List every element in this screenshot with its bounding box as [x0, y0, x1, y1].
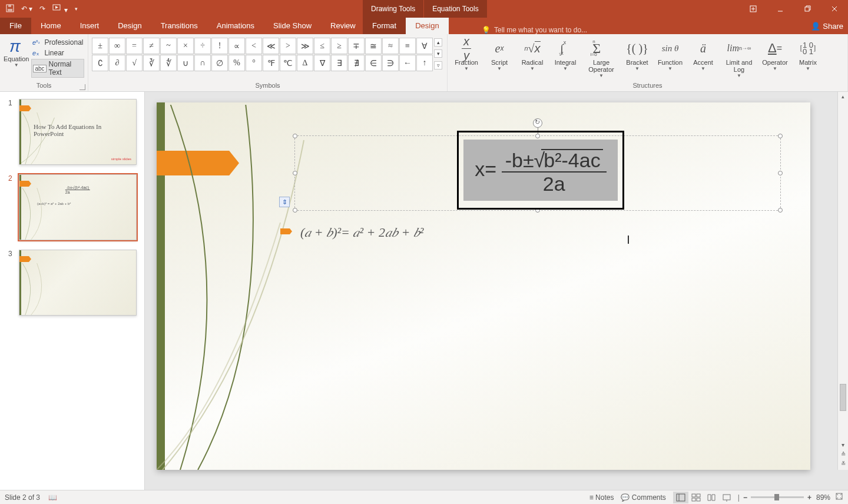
symbol[interactable]: ≈ — [382, 38, 399, 54]
slide-counter[interactable]: Slide 2 of 3 — [5, 493, 40, 502]
symbol[interactable]: ÷ — [194, 38, 211, 54]
symbol[interactable]: ∩ — [194, 55, 211, 71]
zoom-out-icon[interactable]: − — [743, 493, 747, 502]
symbol[interactable]: ° — [246, 55, 262, 71]
professional-button[interactable]: ex² Professional — [31, 38, 84, 47]
symbol[interactable]: ∜ — [160, 55, 177, 71]
comments-button[interactable]: 💬 Comments — [621, 493, 665, 502]
symbol[interactable]: ≫ — [297, 38, 313, 54]
chevron-up-icon[interactable]: ▴ — [434, 38, 442, 47]
reading-view-icon[interactable] — [704, 492, 719, 503]
symbol[interactable]: ≡ — [399, 38, 416, 54]
resize-handle[interactable] — [778, 134, 783, 138]
qat-customize-icon[interactable]: ▾ — [75, 6, 78, 12]
slide-edit-area[interactable]: x= -b±b²-4ac 2a ⇕ (𝑎 + 𝑏)²= 𝑎² + 2𝑎𝑏 + 𝑏… — [145, 92, 848, 490]
linear-button[interactable]: ex Linear — [31, 48, 84, 58]
symbol[interactable]: % — [228, 55, 245, 71]
symbol[interactable]: ∄ — [348, 55, 365, 71]
symbol[interactable]: ≅ — [365, 38, 382, 54]
start-from-beginning-icon[interactable]: ▾ — [52, 4, 67, 14]
tab-home[interactable]: Home — [31, 18, 71, 34]
tab-equation-design[interactable]: Design — [406, 18, 448, 34]
large-operator-button[interactable]: Σni=0 LargeOperator ▼ — [583, 38, 620, 78]
symbol[interactable]: ∁ — [92, 55, 108, 71]
symbol[interactable]: = — [126, 38, 143, 54]
normal-text-button[interactable]: abc Normal Text — [31, 59, 84, 78]
zoom-in-icon[interactable]: + — [807, 493, 811, 502]
autofit-options-icon[interactable]: ⇕ — [279, 197, 290, 207]
gallery-more-icon[interactable]: ▿ — [434, 61, 442, 69]
resize-handle[interactable] — [293, 134, 297, 138]
symbol[interactable]: ∅ — [211, 55, 228, 71]
spellcheck-icon[interactable]: 📖 — [48, 493, 57, 502]
resize-handle[interactable] — [778, 171, 783, 175]
zoom-slider[interactable] — [751, 496, 804, 498]
symbol[interactable]: √ — [126, 55, 143, 71]
tab-file[interactable]: File — [0, 18, 31, 34]
previous-slide-icon[interactable]: ≙ — [838, 451, 848, 460]
ribbon-display-options-icon[interactable] — [740, 0, 767, 18]
symbol[interactable]: ≥ — [331, 38, 347, 54]
symbol[interactable]: > — [280, 38, 296, 54]
radical-button[interactable]: n√x Radical ▼ — [517, 38, 548, 78]
fraction-button[interactable]: xy Fraction ▼ — [451, 38, 482, 78]
vertical-scrollbar[interactable]: ▴ ▾ ≙ ≚ — [837, 92, 848, 470]
fit-to-window-icon[interactable] — [835, 492, 843, 502]
integral-button[interactable]: ∫x-x Integral ▼ — [550, 38, 581, 78]
slide-thumbnail-1[interactable]: 1 How To Add Equations In PowerPoint sim… — [19, 99, 137, 165]
symbol[interactable]: ≤ — [314, 38, 330, 54]
bracket-button[interactable]: {( )} Bracket ▼ — [622, 38, 652, 78]
tab-review[interactable]: Review — [321, 18, 365, 34]
matrix-button[interactable]: [1 00 1] Matrix ▼ — [793, 38, 823, 78]
share-button[interactable]: 👤 Share — [811, 18, 843, 34]
symbol[interactable]: ∂ — [109, 55, 125, 71]
tab-slide-show[interactable]: Slide Show — [264, 18, 321, 34]
symbol[interactable]: ∛ — [143, 55, 160, 71]
symbol[interactable]: ! — [211, 38, 228, 54]
tab-design[interactable]: Design — [108, 18, 151, 34]
symbol[interactable]: ∆ — [297, 55, 313, 71]
symbol[interactable]: ≪ — [263, 38, 279, 54]
save-icon[interactable] — [6, 4, 14, 14]
slide-thumbnail-3[interactable]: 3 — [19, 250, 137, 316]
slide-canvas[interactable]: x= -b±b²-4ac 2a ⇕ (𝑎 + 𝑏)²= 𝑎² + 2𝑎𝑏 + 𝑏… — [157, 102, 810, 470]
slide-thumbnail-pane[interactable]: 1 How To Add Equations In PowerPoint sim… — [0, 92, 145, 490]
symbol[interactable]: < — [246, 38, 262, 54]
symbol[interactable]: ℃ — [280, 55, 296, 71]
undo-icon[interactable]: ↶ ▾ — [21, 5, 32, 13]
symbol[interactable]: ∓ — [348, 38, 365, 54]
symbol[interactable]: ∈ — [365, 55, 382, 71]
limit-log-button[interactable]: limn→∞ Limit andLog ▼ — [721, 38, 757, 78]
notes-button[interactable]: ≡ Notes — [589, 493, 614, 502]
restore-icon[interactable] — [794, 0, 821, 18]
symbol[interactable]: ∞ — [109, 38, 125, 54]
symbol[interactable]: ∋ — [382, 55, 399, 71]
symbol[interactable]: ∪ — [177, 55, 194, 71]
tab-format[interactable]: Format — [363, 18, 406, 34]
operator-button[interactable]: Δ= Operator ▼ — [760, 38, 790, 78]
tab-animations[interactable]: Animations — [207, 18, 264, 34]
slide-thumbnail-2[interactable]: 2 -b±√(b²-4ac)2a (a+b)² = a² + 2ab + b² — [19, 174, 137, 240]
zoom-level[interactable]: 89% — [816, 493, 830, 502]
symbol-gallery-scroll[interactable]: ▴ ▾ ▿ — [434, 37, 443, 71]
chevron-down-icon[interactable]: ▾ — [434, 49, 442, 58]
symbol[interactable]: ∇ — [314, 55, 330, 71]
slideshow-view-icon[interactable] — [719, 492, 734, 503]
accent-button[interactable]: ä Accent ▼ — [688, 38, 718, 78]
rotate-handle-icon[interactable] — [533, 118, 542, 128]
equation-binomial[interactable]: (𝑎 + 𝑏)²= 𝑎² + 2𝑎𝑏 + 𝑏² — [300, 225, 423, 240]
resize-handle[interactable] — [293, 171, 297, 175]
symbol[interactable]: ± — [92, 38, 108, 54]
scroll-up-icon[interactable]: ▴ — [838, 92, 848, 101]
slide-sorter-view-icon[interactable] — [688, 492, 704, 503]
symbol[interactable]: ∝ — [228, 38, 245, 54]
equation-quadratic[interactable]: x= -b±b²-4ac 2a — [463, 140, 618, 195]
symbol[interactable]: ℉ — [263, 55, 279, 71]
symbol[interactable]: ↑ — [416, 55, 433, 71]
tell-me-search[interactable]: 💡 Tell me what you want to do... — [471, 26, 718, 34]
close-icon[interactable] — [821, 0, 848, 18]
symbol[interactable]: ≠ — [143, 38, 160, 54]
minimize-icon[interactable] — [767, 0, 794, 18]
symbol-gallery[interactable]: ± ∞ = ≠ ~ × ÷ ! ∝ < ≪ > ≫ ≤ ≥ ∓ ≅ ≈ ≡ ∀ — [92, 37, 433, 71]
redo-icon[interactable]: ↷ — [39, 5, 45, 13]
